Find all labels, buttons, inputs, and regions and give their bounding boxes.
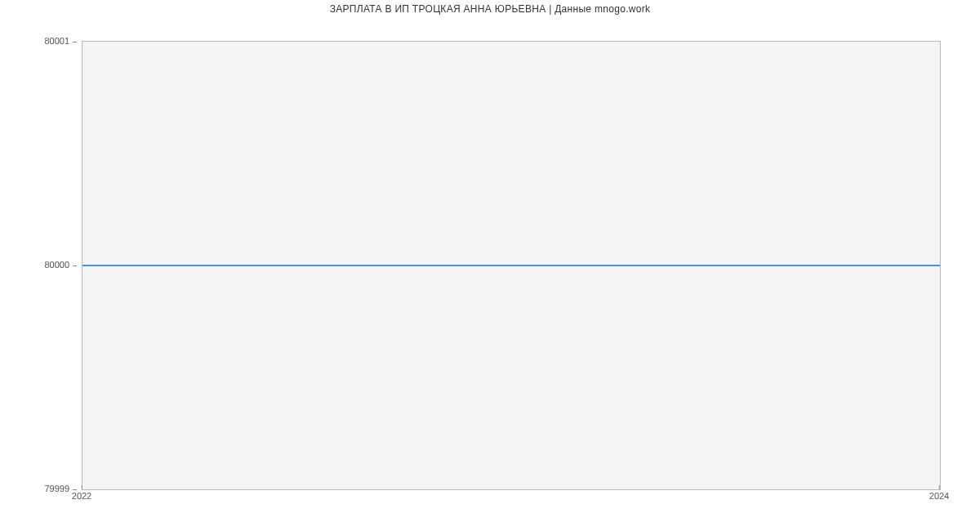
chart-title: ЗАРПЛАТА В ИП ТРОЦКАЯ АННА ЮРЬЕВНА | Дан… <box>0 3 980 15</box>
plot-area <box>82 41 941 490</box>
y-tick-label: 79999 <box>44 484 69 493</box>
series-line-salary <box>82 265 940 266</box>
x-tick-2022: 2022 <box>72 485 91 501</box>
y-tick-label: 80000 <box>44 260 69 270</box>
salary-line-chart: ЗАРПЛАТА В ИП ТРОЦКАЯ АННА ЮРЬЕВНА | Дан… <box>0 0 980 531</box>
x-tick-label: 2022 <box>72 491 91 501</box>
y-tick-80001: 80001 <box>44 36 77 46</box>
x-tick-2024: 2024 <box>929 485 949 501</box>
x-tick-label: 2024 <box>929 491 949 501</box>
y-tick-label: 80001 <box>44 36 69 46</box>
y-tick-80000: 80000 <box>44 260 77 270</box>
